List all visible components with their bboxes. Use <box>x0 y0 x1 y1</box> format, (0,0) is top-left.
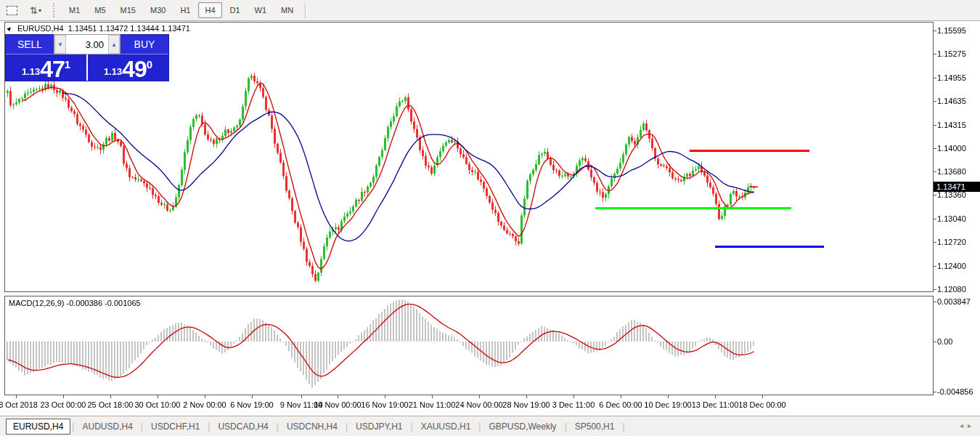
chart-tab-gbpusd[interactable]: GBPUSD,Weekly <box>482 419 563 434</box>
chart-tab-usdcad[interactable]: USDCAD,H4 <box>211 419 274 434</box>
timeframe-button-m30[interactable]: M30 <box>144 2 172 18</box>
tab-scroll-right-icon[interactable]: ▸ <box>968 421 976 429</box>
arrows-icon: ⇅ <box>30 6 38 15</box>
tab-separator: | <box>565 421 567 432</box>
price-axis-label: 1.13040 <box>937 214 966 223</box>
time-axis-label: 10 Dec 19:00 <box>644 400 691 409</box>
volume-stepper: ▼ ▲ <box>54 34 121 54</box>
macd-axis-label: -0.004856 <box>937 387 973 396</box>
chart-title: EURUSD,H4 1.13451 1.13472 1.13444 1.1347… <box>17 24 190 33</box>
buy-price-small: 1.13 <box>104 66 122 77</box>
sell-price[interactable]: 1.13 47 1 <box>6 54 88 81</box>
time-axis-label: 23 Oct 00:00 <box>41 400 86 409</box>
current-price-tag: 1.13471 <box>934 182 980 192</box>
timeframe-button-m15[interactable]: M15 <box>114 2 142 18</box>
chart-tab-eurusd[interactable]: EURUSD,H4 <box>6 419 70 435</box>
time-axis-label: 16 Nov 19:00 <box>361 400 408 409</box>
timeframe-button-h4[interactable]: H4 <box>198 2 221 18</box>
timeframe-button-w1[interactable]: W1 <box>248 2 274 18</box>
trading-terminal-window: ⇅ ▾ M1M5M15M30H1H4D1W1MN ▲ EURUSD,H4 1.1… <box>0 0 980 436</box>
buy-price-big: 49 <box>122 60 147 79</box>
price-axis-label: 1.12720 <box>937 238 966 246</box>
chart-tab-usdchf[interactable]: USDCHF,H1 <box>144 419 206 434</box>
price-axis-label: 1.14955 <box>937 73 966 82</box>
tab-separator: | <box>141 421 143 432</box>
dashed-rect-icon <box>7 6 17 15</box>
timeframe-button-m1[interactable]: M1 <box>62 2 86 18</box>
buy-button[interactable]: BUY <box>121 35 168 54</box>
price-axis-label: 1.14635 <box>937 97 966 105</box>
price-axis-label: 1.12400 <box>937 262 966 270</box>
chart-ohlc: 1.13451 1.13472 1.13444 1.13471 <box>68 24 190 33</box>
tab-separator: | <box>478 421 481 432</box>
volume-input[interactable] <box>66 35 108 54</box>
chart-tab-audusd[interactable]: AUDUSD,H4 <box>75 419 139 434</box>
time-axis-label: 3 Dec 11:00 <box>552 400 595 409</box>
time-axis-label: 14 Nov 00:00 <box>314 400 361 409</box>
time-axis-label: 24 Nov 00:00 <box>455 400 502 409</box>
chart-tab-usdjpy[interactable]: USDJPY,H1 <box>349 419 409 434</box>
macd-axis-label: 0.00 <box>937 337 952 346</box>
macd-axis-label: 0.003847 <box>937 297 971 306</box>
tab-separator: | <box>277 421 279 432</box>
price-axis-label: 1.15275 <box>937 49 966 58</box>
tab-separator: | <box>411 421 413 432</box>
toolbar: ⇅ ▾ M1M5M15M30H1H4D1W1MN <box>0 0 980 21</box>
tab-scroll-arrows[interactable]: ◂▸ <box>960 421 976 429</box>
buy-price[interactable]: 1.13 49 0 <box>88 54 168 81</box>
tab-separator: | <box>72 421 74 432</box>
volume-increase-button[interactable]: ▲ <box>108 35 120 54</box>
volume-decrease-button[interactable]: ▼ <box>54 35 66 54</box>
timeframe-button-d1[interactable]: D1 <box>224 2 247 18</box>
tick-arrows-icon[interactable]: ⇅ ▾ <box>23 2 48 18</box>
timeframe-button-m5[interactable]: M5 <box>88 2 112 18</box>
chart-tab-usdcnh[interactable]: USDCNH,H4 <box>280 419 344 434</box>
one-click-trade-panel: SELL ▼ ▲ BUY 1.13 47 1 1.13 49 0 <box>6 35 168 81</box>
timeframe-button-mn[interactable]: MN <box>274 2 300 18</box>
tab-separator: | <box>346 421 348 432</box>
sell-button[interactable]: SELL <box>6 35 54 54</box>
buy-price-sup: 0 <box>147 58 152 70</box>
time-axis-label: 18 Dec 00:00 <box>738 400 785 409</box>
chevron-down-icon: ▾ <box>38 7 41 14</box>
tab-scroll-left-icon[interactable]: ◂ <box>960 421 968 429</box>
price-axis-label: 1.12080 <box>937 285 966 294</box>
sell-price-big: 47 <box>40 60 65 79</box>
macd-indicator-label: MACD(12,26,9) -0.000386 -0.001065 <box>9 299 141 307</box>
time-axis-label: 21 Nov 11:00 <box>409 400 456 409</box>
sell-price-sup: 1 <box>65 58 70 70</box>
time-axis-label: 2 Nov 00:00 <box>183 400 226 409</box>
time-axis-label: 25 Oct 18:00 <box>88 400 134 409</box>
price-axis-label: 1.14315 <box>937 121 966 129</box>
chart-tab-xauusd[interactable]: XAUUSD,H1 <box>415 419 478 434</box>
price-axis-label: 1.13680 <box>937 167 966 176</box>
toolbar-separator <box>305 2 306 18</box>
time-axis-label: 13 Dec 11:00 <box>692 400 739 409</box>
price-axis-label: 1.14000 <box>937 144 966 153</box>
chart-tab-sp500[interactable]: SP500,H1 <box>568 419 621 434</box>
time-axis-label: 28 Nov 19:00 <box>502 400 550 409</box>
time-axis-label: 18 Oct 2018 <box>0 400 38 409</box>
timeframe-button-h1[interactable]: H1 <box>173 2 197 18</box>
price-axis-label: 1.15595 <box>937 26 966 35</box>
price-axis-label: 1.13360 <box>937 190 966 199</box>
toolbar-grip <box>53 3 58 17</box>
time-axis-label: 6 Dec 00:00 <box>599 400 642 409</box>
trade-panel-top-row: SELL ▼ ▲ BUY <box>6 35 168 54</box>
trade-panel-prices: 1.13 47 1 1.13 49 0 <box>6 54 168 81</box>
tab-separator: | <box>208 421 210 432</box>
chart-tabbar: EURUSD,H4|AUDUSD,H4|USDCHF,H1|USDCAD,H4|… <box>0 416 980 436</box>
chart-symbol: EURUSD,H4 <box>17 24 64 33</box>
time-axis-label: 6 Nov 19:00 <box>230 400 273 409</box>
time-axis-label: 30 Oct 10:00 <box>135 400 181 409</box>
order-window-icon[interactable] <box>3 2 20 18</box>
tab-separator: | <box>622 421 624 432</box>
sell-price-small: 1.13 <box>22 66 40 77</box>
